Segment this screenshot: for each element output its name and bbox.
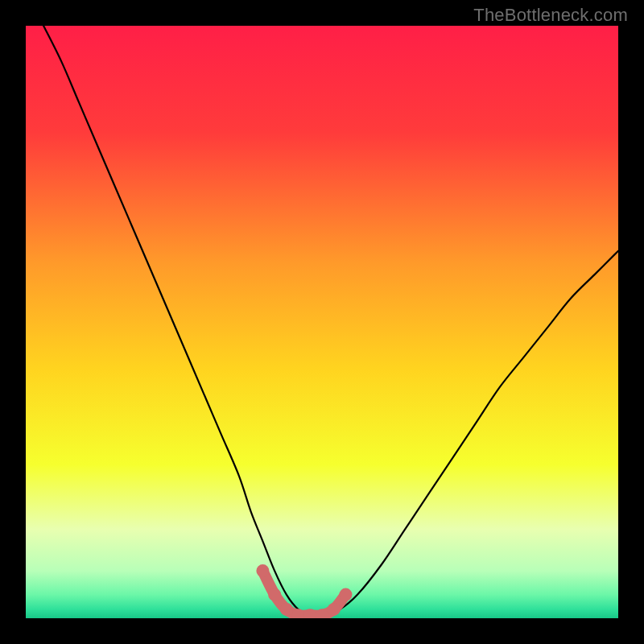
chart-frame: TheBottleneck.com bbox=[0, 0, 644, 644]
bottleneck-chart bbox=[26, 26, 618, 618]
gradient-background bbox=[26, 26, 618, 618]
svg-point-6 bbox=[328, 603, 341, 616]
svg-point-7 bbox=[339, 588, 352, 601]
svg-point-0 bbox=[256, 564, 269, 577]
svg-point-2 bbox=[280, 603, 293, 616]
watermark-text: TheBottleneck.com bbox=[473, 5, 628, 26]
svg-point-1 bbox=[268, 588, 281, 601]
